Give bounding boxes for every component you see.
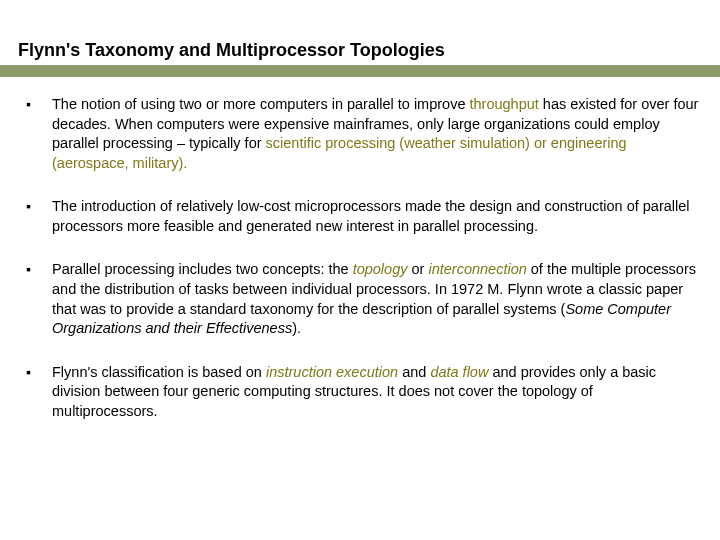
bullet-item-3: Parallel processing includes two concept… (26, 260, 702, 338)
text-run: or (407, 261, 428, 277)
text-run: The notion of using two or more computer… (52, 96, 469, 112)
text-run: Parallel processing includes two concept… (52, 261, 353, 277)
emphasis-throughput: throughput (469, 96, 538, 112)
title-underline-bar (0, 65, 720, 77)
bullet-item-4: Flynn's classification is based on instr… (26, 363, 702, 422)
bullet-list: The notion of using two or more computer… (18, 95, 702, 421)
text-run: ). (292, 320, 301, 336)
emphasis-topology: topology (353, 261, 408, 277)
emphasis-data-flow: data flow (430, 364, 488, 380)
text-run: and (398, 364, 430, 380)
emphasis-instruction-execution: instruction execution (266, 364, 398, 380)
text-run: Flynn's classification is based on (52, 364, 266, 380)
bullet-item-1: The notion of using two or more computer… (26, 95, 702, 173)
emphasis-interconnection: interconnection (428, 261, 526, 277)
bullet-item-2: The introduction of relatively low-cost … (26, 197, 702, 236)
text-run: The introduction of relatively low-cost … (52, 198, 690, 234)
slide-title: Flynn's Taxonomy and Multiprocessor Topo… (18, 40, 702, 61)
